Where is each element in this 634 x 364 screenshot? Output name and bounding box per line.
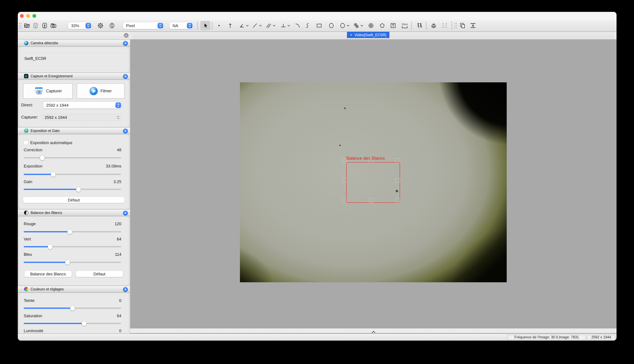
roi-handle[interactable] — [342, 158, 347, 163]
settings-button[interactable] — [96, 22, 104, 30]
concentric-tool-button[interactable] — [367, 22, 375, 30]
live-resolution-select[interactable]: 2592 x 1944 — [43, 102, 122, 108]
collapse-panel-button[interactable] — [123, 128, 128, 134]
panel-body-colors: Teinte0 Saturation64 Luminosité0 — [18, 292, 130, 334]
text-tool-button[interactable] — [389, 22, 397, 30]
arc-icon — [294, 22, 301, 29]
collapse-panel-button[interactable] — [123, 210, 128, 216]
panel-header-exposure[interactable]: Exposition et Gain — [18, 127, 130, 134]
csv-export-button[interactable]: CSV — [440, 22, 449, 30]
flatten-button[interactable] — [469, 22, 477, 30]
roi-handle[interactable] — [342, 178, 347, 183]
stepper-icon[interactable] — [187, 23, 192, 28]
point-tool-button[interactable] — [215, 22, 223, 30]
line-tool-button[interactable] — [251, 22, 262, 30]
panel-title: Caméra détectée — [30, 41, 58, 45]
arc-tool-button[interactable] — [294, 22, 302, 30]
unit-select[interactable]: Pixel — [123, 22, 164, 29]
white-balance-button[interactable]: Balance des Blancs — [24, 271, 72, 277]
zoom-select[interactable]: 33% — [68, 22, 92, 29]
video-tab[interactable]: × Vidéo[Swift_EC5R] — [347, 32, 390, 38]
ellipse-tool-button[interactable] — [327, 22, 336, 30]
curve-tool-button[interactable] — [303, 22, 312, 30]
slider-knob[interactable] — [76, 187, 81, 192]
camera-timer-icon — [50, 22, 57, 29]
expand-panel-button[interactable] — [371, 329, 376, 334]
layers-button[interactable] — [430, 22, 438, 30]
roi-handle[interactable] — [395, 198, 400, 203]
stepper-icon[interactable] — [115, 102, 121, 108]
polygon-tool-button[interactable] — [378, 22, 386, 30]
dust-speck — [344, 107, 346, 109]
titlebar[interactable] — [18, 12, 616, 20]
info-icon — [108, 22, 116, 29]
toolbar-grip — [454, 22, 457, 29]
parallel-tool-button[interactable] — [265, 22, 276, 30]
slider-knob[interactable] — [70, 306, 75, 310]
roi-handle[interactable] — [395, 158, 400, 163]
capture-button[interactable]: Capturer — [23, 83, 73, 98]
info-button[interactable] — [108, 22, 116, 30]
rectangle-tool-button[interactable] — [315, 22, 323, 30]
capture-photo-icon — [34, 86, 43, 96]
open-file-button[interactable] — [23, 22, 31, 30]
red-slider[interactable] — [24, 231, 121, 232]
timed-capture-button[interactable] — [49, 22, 58, 30]
camera-device-name[interactable]: Swift_EC5R — [24, 56, 46, 61]
slider-knob[interactable] — [51, 172, 56, 177]
quick-capture-button[interactable] — [40, 22, 49, 30]
roi-handle[interactable] — [369, 198, 374, 203]
exposure-icon — [24, 128, 28, 133]
ellipse-menu-button[interactable] — [339, 22, 350, 30]
save-button[interactable] — [32, 22, 40, 30]
annulus-menu-button[interactable] — [352, 22, 363, 30]
roi-handle[interactable] — [369, 158, 374, 163]
text-icon — [390, 22, 396, 29]
angle-tool-button[interactable] — [238, 22, 249, 30]
correction-slider[interactable] — [24, 157, 121, 158]
blue-slider[interactable] — [24, 262, 121, 263]
sidebar-collapse-button[interactable]: « — [124, 33, 128, 38]
stepper-icon[interactable] — [85, 23, 91, 28]
hue-slider[interactable] — [24, 308, 121, 309]
auto-exposure-checkbox[interactable] — [24, 140, 28, 145]
correction-label-row: Correction48 — [24, 148, 121, 152]
video-frame[interactable]: Balance des Blancs — [240, 82, 507, 282]
green-label-row: Vert64 — [24, 237, 121, 242]
green-slider[interactable] — [24, 246, 121, 247]
saturation-slider[interactable] — [24, 323, 121, 324]
gain-slider[interactable] — [24, 189, 121, 190]
saturation-label-row: Saturation64 — [24, 314, 121, 318]
stepper-icon[interactable] — [115, 114, 121, 120]
copy-button[interactable] — [458, 22, 466, 30]
collapse-panel-button[interactable] — [123, 287, 128, 292]
panel-header-white-balance[interactable]: Balance des Blancs — [18, 209, 130, 216]
panel-header-capture[interactable]: Capture et Enregistrement — [18, 73, 130, 80]
white-balance-default-button[interactable]: Défaut — [76, 271, 123, 277]
collapse-panel-button[interactable] — [123, 41, 128, 46]
select-tool-button[interactable] — [200, 21, 210, 30]
panel-header-colors[interactable]: Couleurs et réglages — [18, 286, 130, 292]
na-select[interactable]: NA — [170, 22, 193, 29]
stepper-icon[interactable] — [158, 23, 163, 28]
exposure-default-button[interactable]: Défaut — [23, 197, 124, 203]
perpendicular-tool-button[interactable] — [280, 22, 290, 30]
close-tab-icon[interactable]: × — [350, 33, 352, 37]
panel-header-camera[interactable]: Caméra détectée — [18, 40, 130, 46]
exposure-slider[interactable] — [24, 174, 121, 175]
scalebar-tool-button[interactable]: 10um — [400, 22, 409, 30]
white-balance-roi[interactable] — [346, 162, 400, 203]
minimize-window-button[interactable] — [26, 14, 30, 18]
arrow-tool-button[interactable] — [226, 22, 234, 30]
measure-button[interactable] — [416, 22, 424, 30]
close-window-button[interactable] — [20, 14, 24, 18]
statusbar: Fréquence de l'Image: 30.0,Image: 7831 2… — [18, 334, 616, 340]
zoom-window-button[interactable] — [32, 14, 36, 18]
collapse-panel-button[interactable] — [123, 74, 128, 79]
record-button[interactable]: Filmer — [77, 83, 124, 98]
snap-resolution-select[interactable]: 2592 x 1944 — [42, 114, 122, 120]
roi-handle[interactable] — [395, 178, 400, 183]
panel-body-camera: Swift_EC5R — [18, 46, 130, 73]
slider-knob[interactable] — [67, 230, 72, 234]
roi-handle[interactable] — [342, 198, 347, 203]
